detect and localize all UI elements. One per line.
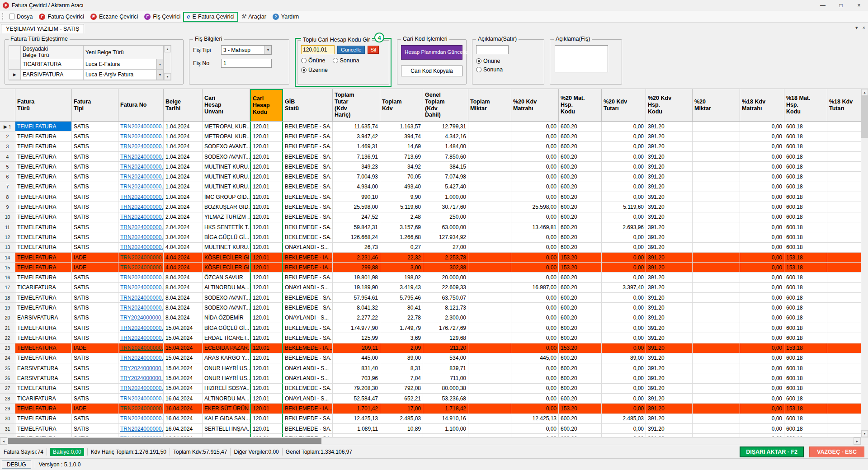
cell-miktar[interactable] [468, 192, 511, 202]
cell-tutar[interactable]: 349,23 [333, 162, 380, 172]
aciklama-satir-input[interactable] [476, 45, 509, 54]
scroll-down-icon[interactable]: ▼ [861, 430, 868, 437]
cell-mh18[interactable]: 600.18 [784, 424, 827, 434]
cell-tarih[interactable]: 15.04.2024 [164, 323, 203, 333]
cell-mik20[interactable] [693, 263, 740, 273]
cell-tur[interactable]: TEMELFATURA [15, 434, 72, 437]
cell-tip[interactable]: SATIS [72, 273, 118, 282]
cell-tip[interactable]: SATIS [72, 142, 118, 152]
cell-unvan[interactable]: SODEXO AVANT... [203, 142, 250, 152]
cell-tarih[interactable]: 15.04.2024 [164, 343, 203, 353]
cell-tutar[interactable]: 445,00 [333, 353, 380, 363]
cell-t20[interactable]: 0,00 [602, 384, 646, 394]
cell-statu[interactable]: BEKLEMEDE - SA... [283, 142, 333, 152]
cell-tarih[interactable]: 2.04.2024 [164, 222, 203, 232]
cell-m20[interactable]: 0,00 [511, 243, 559, 253]
column-header-tur[interactable]: Fatura Türü [15, 89, 72, 121]
hesap-planimdan-guncelle-button[interactable]: Hesap Planımdan Güncelle [401, 45, 462, 60]
cell-miktar[interactable] [468, 343, 511, 353]
cell-tarih[interactable]: 1.04.2024 [164, 122, 203, 132]
cell-tip[interactable]: SATIS [72, 323, 118, 333]
cell-mh20[interactable]: 600.20 [559, 192, 602, 202]
invoice-link[interactable]: TRN2024000000... [120, 305, 164, 311]
cell-tutar[interactable]: 7.136,91 [333, 152, 380, 162]
cell-genel[interactable]: 30.717,60 [423, 202, 468, 212]
grid-row[interactable]: 5TEMELFATURASATISTRN2024000000...1.04.20… [0, 162, 861, 172]
row-header[interactable]: 8 [0, 192, 15, 202]
cell-kh20[interactable]: 391.20 [646, 434, 693, 437]
cell-t18[interactable] [827, 202, 861, 212]
cell-statu[interactable]: BEKLEMEDE - SA... [283, 172, 333, 182]
cell-mh20[interactable]: 600.20 [559, 414, 602, 424]
cell-mh18[interactable]: 153.18 [784, 343, 827, 353]
cell-unvan[interactable]: METROPAL KUR... [203, 132, 250, 141]
row-header[interactable]: 10 [0, 212, 15, 222]
cell-mik20[interactable] [693, 353, 740, 363]
invoice-link[interactable]: TRN2024000000... [120, 415, 164, 422]
cell-genel[interactable]: 22.609,33 [423, 283, 468, 293]
cell-kh20[interactable]: 391.20 [646, 182, 693, 192]
cell-tur[interactable]: TEMELFATURA [15, 122, 72, 132]
cell-genel[interactable]: 1.484,00 [423, 142, 468, 152]
cell-mik20[interactable] [693, 202, 740, 212]
invoice-link[interactable]: TRN2024000000... [120, 284, 164, 291]
cell-miktar[interactable] [468, 212, 511, 222]
cell-statu[interactable]: BEKLEMEDE - SA... [283, 132, 333, 141]
cell-tarih[interactable]: 8.04.2024 [164, 283, 203, 293]
cell-tutar[interactable]: 11.635,74 [333, 122, 380, 132]
grid-row[interactable]: 32TEMELFATURASATISTRN2024000000...16.04.… [0, 434, 861, 437]
cell-m20[interactable]: 445,00 [511, 353, 559, 363]
cell-mh20[interactable]: 600.20 [559, 323, 602, 333]
cell-m20[interactable]: 0,00 [511, 142, 559, 152]
close-button[interactable]: × [850, 0, 868, 11]
cell-mh18[interactable]: 600.18 [784, 303, 827, 313]
grid-row[interactable]: 3TEMELFATURASATISTRN2024000000...1.04.20… [0, 142, 861, 152]
radio-onune[interactable]: Önüne [301, 57, 326, 64]
cell-kod[interactable]: 120.01 [250, 283, 283, 293]
cell-mik20[interactable] [693, 253, 740, 263]
row-header[interactable]: 6 [0, 172, 15, 182]
cell-tip[interactable]: SATIS [72, 384, 118, 394]
cell-m20[interactable]: 0,00 [511, 263, 559, 273]
row-header[interactable]: 27 [0, 384, 15, 394]
cell-no[interactable]: TRN2024000000... [118, 323, 164, 333]
cell-tutar[interactable]: 19.189,90 [333, 283, 380, 293]
cell-kod[interactable]: 120.01 [250, 172, 283, 182]
mapping-row-selector[interactable]: ▶ [9, 70, 21, 80]
cell-mh18[interactable]: 600.18 [784, 202, 827, 212]
grid-row[interactable]: 30TEMELFATURASATISTRN2024000000...16.04.… [0, 414, 861, 424]
cell-tutar[interactable] [333, 434, 380, 437]
cell-tutar[interactable]: 19.801,98 [333, 273, 380, 282]
grid-row[interactable]: 22TEMELFATURASATISTRN2024000000...15.04.… [0, 333, 861, 343]
cell-unvan[interactable]: SODEXO AVANT... [203, 152, 250, 162]
cell-no[interactable]: TRN2024000000... [118, 202, 164, 212]
cell-no[interactable]: TRN2024000000... [118, 162, 164, 172]
cell-mik20[interactable] [693, 162, 740, 172]
row-header[interactable]: 12 [0, 232, 15, 242]
cell-tip[interactable]: SATIS [72, 162, 118, 172]
cell-m20[interactable]: 0,00 [511, 424, 559, 434]
cell-kh20[interactable]: 391.20 [646, 363, 693, 373]
invoice-link[interactable]: TRN2024000000... [120, 133, 164, 140]
cell-tutar[interactable]: 25.598,00 [333, 202, 380, 212]
cell-no[interactable]: TRY2024000000... [118, 373, 164, 383]
row-header[interactable]: 9 [0, 202, 15, 212]
cell-mh18[interactable]: 600.18 [784, 323, 827, 333]
cell-genel[interactable]: 80.000,38 [423, 384, 468, 394]
mapping-source-cell[interactable]: TICARIFATURA [21, 59, 84, 70]
column-header-no[interactable]: Fatura No [118, 89, 164, 121]
cell-kdv[interactable]: 34,92 [380, 162, 423, 172]
tab-yesilmavi-yazilim-satis[interactable]: YEŞİLMAVİ YAZILIM - SATIŞ [1, 24, 84, 33]
cell-no[interactable]: TRN2024000000... [118, 232, 164, 242]
cell-unvan[interactable]: ONUR HAYRİ US... [203, 373, 250, 383]
invoice-link[interactable]: TRN2024000000... [120, 234, 164, 240]
cell-genel[interactable]: 711,00 [423, 373, 468, 383]
grid-row[interactable]: 25EARSIVFATURASATISTRY2024000000...15.04… [0, 363, 861, 373]
cell-statu[interactable]: BEKLEMEDE - SA... [283, 162, 333, 172]
scroll-up-icon[interactable]: ▲ [861, 89, 868, 96]
cell-t18[interactable] [827, 404, 861, 414]
cell-kh20[interactable]: 391.20 [646, 343, 693, 353]
column-header-mik20[interactable]: %20 Miktar [693, 89, 740, 121]
cell-kdv[interactable]: 1.163,57 [380, 122, 423, 132]
grid-row[interactable]: 28TICARIFATURASATISTRN2024000000...16.04… [0, 394, 861, 404]
